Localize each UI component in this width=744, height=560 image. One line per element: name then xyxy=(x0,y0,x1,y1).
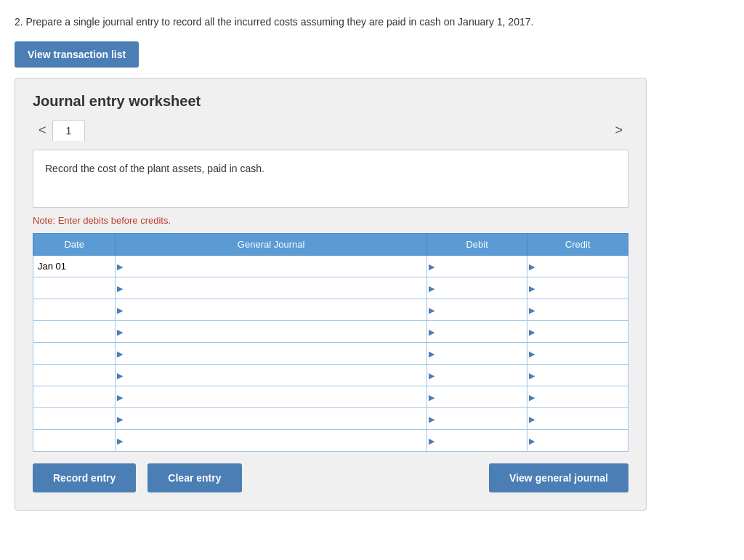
credit-input[interactable] xyxy=(532,348,623,359)
date-input[interactable] xyxy=(38,370,110,381)
debit-input[interactable] xyxy=(432,413,523,424)
date-cell[interactable] xyxy=(33,321,116,343)
gj-input[interactable] xyxy=(126,283,421,293)
debit-input[interactable] xyxy=(432,370,523,381)
gj-cell[interactable]: ▶ xyxy=(116,386,426,408)
debit-cell[interactable]: ▶ xyxy=(426,386,527,408)
date-cell[interactable] xyxy=(33,343,116,365)
debit-cell[interactable]: ▶ xyxy=(426,277,527,299)
journal-table: Date General Journal Debit Credit ▶▶▶▶▶▶… xyxy=(33,233,628,452)
gj-cell[interactable]: ▶ xyxy=(116,299,426,321)
date-cell[interactable] xyxy=(33,277,116,299)
debit-cell[interactable]: ▶ xyxy=(426,299,527,321)
gj-cell[interactable]: ▶ xyxy=(116,343,426,365)
tab-1[interactable]: 1 xyxy=(52,120,86,141)
worksheet-container: Journal entry worksheet < 1 > Record the… xyxy=(15,78,647,511)
gj-cell[interactable]: ▶ xyxy=(116,430,426,452)
credit-input[interactable] xyxy=(532,413,623,424)
credit-input[interactable] xyxy=(532,370,623,381)
table-row: ▶▶▶ xyxy=(33,430,628,452)
gj-input[interactable] xyxy=(126,435,421,446)
date-cell[interactable] xyxy=(33,430,116,452)
debit-cell[interactable]: ▶ xyxy=(426,408,527,430)
gj-input[interactable] xyxy=(126,261,421,272)
date-cell[interactable] xyxy=(33,299,116,321)
debit-cell[interactable]: ▶ xyxy=(426,430,527,452)
general-journal-header: General Journal xyxy=(116,234,426,256)
credit-cell[interactable]: ▶ xyxy=(527,365,628,386)
debit-cell[interactable]: ▶ xyxy=(426,365,527,386)
credit-cell[interactable]: ▶ xyxy=(527,343,628,365)
debit-cell[interactable]: ▶ xyxy=(426,321,527,343)
view-transaction-button[interactable]: View transaction list xyxy=(15,41,139,68)
credit-cell[interactable]: ▶ xyxy=(527,256,628,277)
clear-entry-button[interactable]: Clear entry xyxy=(147,463,241,492)
date-cell[interactable] xyxy=(33,365,116,386)
debit-arrow-icon: ▶ xyxy=(429,305,434,315)
gj-input[interactable] xyxy=(126,326,421,337)
credit-input[interactable] xyxy=(532,435,623,446)
buttons-row: Record entry Clear entry View general jo… xyxy=(33,463,628,492)
description-text: Record the cost of the plant assets, pai… xyxy=(45,163,264,174)
gj-input[interactable] xyxy=(126,391,421,402)
table-row: ▶▶▶ xyxy=(33,277,628,299)
debit-cell[interactable]: ▶ xyxy=(426,343,527,365)
credit-cell[interactable]: ▶ xyxy=(527,430,628,452)
gj-cell[interactable]: ▶ xyxy=(116,321,426,343)
credit-input[interactable] xyxy=(532,283,623,293)
debit-input[interactable] xyxy=(432,326,523,337)
gj-arrow-icon: ▶ xyxy=(117,261,123,271)
debit-input[interactable] xyxy=(432,283,523,293)
gj-arrow-icon: ▶ xyxy=(117,414,123,423)
credit-cell[interactable]: ▶ xyxy=(527,277,628,299)
debit-input[interactable] xyxy=(432,261,523,272)
credit-arrow-icon: ▶ xyxy=(529,392,535,402)
date-input[interactable] xyxy=(38,261,110,272)
table-row: ▶▶▶ xyxy=(33,321,628,343)
debit-input[interactable] xyxy=(432,348,523,359)
credit-cell[interactable]: ▶ xyxy=(527,321,628,343)
credit-input[interactable] xyxy=(532,261,623,272)
debit-input[interactable] xyxy=(432,435,523,446)
debit-cell[interactable]: ▶ xyxy=(426,256,527,277)
gj-input[interactable] xyxy=(126,304,421,315)
gj-cell[interactable]: ▶ xyxy=(116,256,426,277)
table-row: ▶▶▶ xyxy=(33,408,628,430)
debit-arrow-icon: ▶ xyxy=(429,370,434,380)
debit-input[interactable] xyxy=(432,304,523,315)
credit-arrow-icon: ▶ xyxy=(529,370,535,380)
gj-cell[interactable]: ▶ xyxy=(116,408,426,430)
credit-input[interactable] xyxy=(532,304,623,315)
gj-cell[interactable]: ▶ xyxy=(116,365,426,386)
gj-input[interactable] xyxy=(126,370,421,381)
date-input[interactable] xyxy=(38,326,110,337)
note-text: Note: Enter debits before credits. xyxy=(33,215,628,226)
date-input[interactable] xyxy=(38,283,110,293)
table-row: ▶▶▶ xyxy=(33,365,628,386)
prev-arrow-icon[interactable]: < xyxy=(33,123,52,138)
date-input[interactable] xyxy=(38,413,110,424)
debit-arrow-icon: ▶ xyxy=(429,261,434,271)
date-cell[interactable] xyxy=(33,386,116,408)
record-entry-button[interactable]: Record entry xyxy=(33,463,136,492)
date-cell[interactable] xyxy=(33,408,116,430)
date-cell[interactable] xyxy=(33,256,116,277)
credit-cell[interactable]: ▶ xyxy=(527,299,628,321)
date-input[interactable] xyxy=(38,304,110,315)
gj-cell[interactable]: ▶ xyxy=(116,277,426,299)
date-input[interactable] xyxy=(38,348,110,359)
next-arrow-icon[interactable]: > xyxy=(609,123,628,138)
gj-input[interactable] xyxy=(126,348,421,359)
gj-input[interactable] xyxy=(126,413,421,424)
view-general-journal-button[interactable]: View general journal xyxy=(489,463,628,492)
debit-input[interactable] xyxy=(432,391,523,402)
date-input[interactable] xyxy=(38,435,110,446)
worksheet-title: Journal entry worksheet xyxy=(33,93,628,110)
table-row: ▶▶▶ xyxy=(33,256,628,277)
gj-arrow-icon: ▶ xyxy=(117,305,123,315)
credit-input[interactable] xyxy=(532,326,623,337)
credit-cell[interactable]: ▶ xyxy=(527,386,628,408)
credit-cell[interactable]: ▶ xyxy=(527,408,628,430)
date-input[interactable] xyxy=(38,391,110,402)
credit-input[interactable] xyxy=(532,391,623,402)
